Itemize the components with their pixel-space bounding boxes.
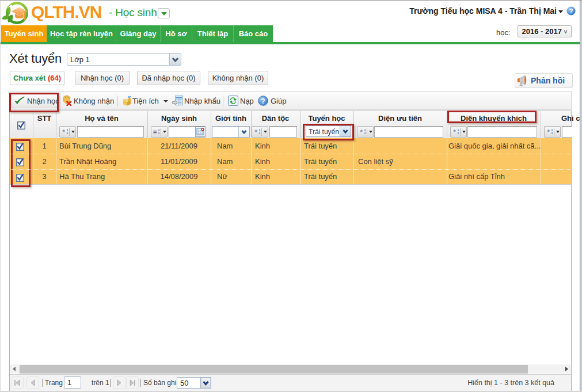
svg-text:?: ? — [569, 7, 573, 14]
svg-text:?: ? — [261, 97, 265, 105]
